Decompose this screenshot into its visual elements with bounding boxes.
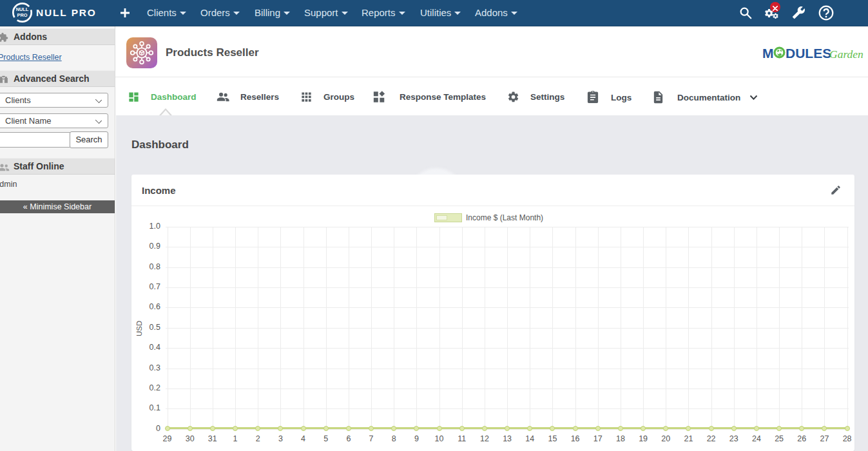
svg-text:NULL: NULL bbox=[16, 6, 29, 12]
svg-text:Garden: Garden bbox=[829, 48, 863, 61]
svg-text:M: M bbox=[762, 46, 774, 61]
svg-text:DULES: DULES bbox=[786, 46, 831, 61]
svg-text:PRO: PRO bbox=[17, 12, 27, 18]
